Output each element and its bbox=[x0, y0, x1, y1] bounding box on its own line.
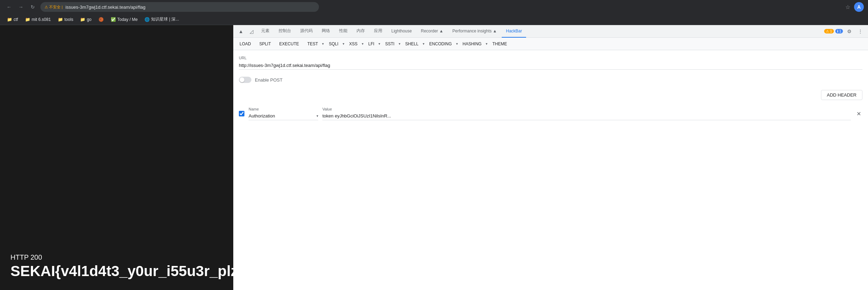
tab-application[interactable]: 应用 bbox=[370, 25, 386, 38]
star-button[interactable]: ☆ bbox=[843, 2, 853, 12]
bookmark-label: Today / Me bbox=[117, 17, 138, 22]
hackbar-shell-button[interactable]: SHELL bbox=[402, 40, 422, 48]
tab-application-label: 应用 bbox=[374, 28, 382, 34]
header-delete-button[interactable]: ✕ bbox=[855, 109, 862, 119]
hackbar-hashing-button[interactable]: HASHING bbox=[459, 40, 485, 48]
bookmark-mit[interactable]: 📁 mit 6.s081 bbox=[22, 16, 54, 23]
bookmark-label: tools bbox=[64, 17, 73, 22]
lfi-dropdown-arrow: ▾ bbox=[378, 42, 380, 46]
flag-text: SEKAI{v4l1d4t3_y0ur_i55u3r_plz} bbox=[10, 263, 223, 280]
hackbar-encoding-dropdown[interactable]: ENCODING ▾ bbox=[426, 40, 458, 48]
shell-dropdown-arrow: ▾ bbox=[423, 42, 424, 46]
hackbar-url-section: URL bbox=[239, 56, 862, 70]
bookmark-today[interactable]: ✅ Today / Me bbox=[108, 16, 141, 23]
tab-hackbar[interactable]: HackBar bbox=[502, 25, 526, 38]
tab-performance[interactable]: 性能 bbox=[335, 25, 352, 38]
tab-lighthouse[interactable]: Lighthouse bbox=[387, 25, 416, 38]
header-name-input-wrapper: Authorization ▾ bbox=[249, 112, 318, 120]
hackbar-theme-button[interactable]: THEME bbox=[489, 40, 510, 48]
ball-icon: 🏀 bbox=[99, 17, 104, 22]
hackbar-content: URL Enable POST ADD HEADER N bbox=[233, 50, 868, 290]
hackbar-ssti-button[interactable]: SSTI bbox=[382, 40, 398, 48]
header-enabled-checkbox[interactable] bbox=[239, 111, 244, 116]
folder-icon: 📁 bbox=[58, 17, 63, 22]
url-input[interactable] bbox=[239, 61, 862, 70]
header-value-input[interactable] bbox=[322, 112, 851, 120]
headers-section: ADD HEADER Name Authorization ▾ Value bbox=[239, 90, 862, 120]
header-name-col: Name Authorization ▾ bbox=[249, 107, 318, 120]
bookmarks-bar: 📁 ctf 📁 mit 6.s081 📁 tools 📁 go 🏀 ✅ Toda… bbox=[0, 14, 868, 25]
tab-performance-label: 性能 bbox=[339, 28, 347, 34]
bookmark-ctf[interactable]: 📁 ctf bbox=[4, 16, 21, 23]
hackbar-lfi-dropdown[interactable]: LFI ▾ bbox=[365, 40, 380, 48]
tab-lighthouse-label: Lighthouse bbox=[391, 29, 412, 33]
tab-memory-label: 内存 bbox=[357, 28, 365, 34]
back-button[interactable]: ← bbox=[4, 2, 14, 12]
header-row: Name Authorization ▾ Value ✕ bbox=[239, 107, 862, 120]
toggle-knob bbox=[240, 77, 244, 82]
more-options-button[interactable]: ⋮ bbox=[855, 26, 865, 36]
hackbar-xss-dropdown[interactable]: XSS ▾ bbox=[346, 40, 363, 48]
tab-recorder-label: Recorder ▲ bbox=[421, 29, 444, 33]
bookmark-tools[interactable]: 📁 tools bbox=[55, 16, 76, 23]
folder-icon: 📁 bbox=[25, 17, 30, 22]
tab-performance-insights[interactable]: Performance insights ▲ bbox=[448, 25, 501, 38]
browser-chrome: ← → ↻ ⚠ 不安全 | issues-3m7gwj1d.ctf.sekai.… bbox=[0, 0, 868, 25]
devtools-toolbar: ▲ ◿ 元素 控制台 源代码 网络 性能 内存 应用 bbox=[233, 25, 868, 38]
enable-post-toggle[interactable] bbox=[239, 77, 251, 83]
hackbar-hashing-dropdown[interactable]: HASHING ▾ bbox=[459, 40, 488, 48]
tab-elements-label: 元素 bbox=[261, 28, 269, 34]
url-display: issues-3m7gwj1d.ctf.sekai.team/api/flag bbox=[65, 5, 146, 10]
top-bar: ← → ↻ ⚠ 不安全 | issues-3m7gwj1d.ctf.sekai.… bbox=[0, 0, 868, 14]
profile-menu-button[interactable]: A bbox=[854, 2, 864, 12]
header-name-text: Authorization bbox=[249, 113, 315, 119]
tab-sources[interactable]: 源代码 bbox=[296, 25, 317, 38]
nav-buttons: ← → ↻ bbox=[4, 2, 38, 12]
header-value-col: Value bbox=[322, 107, 851, 120]
browser-actions: ☆ A bbox=[843, 2, 864, 12]
hackbar-xss-button[interactable]: XSS bbox=[346, 40, 361, 48]
enable-post-label: Enable POST bbox=[255, 77, 283, 83]
add-header-button[interactable]: ADD HEADER bbox=[821, 90, 862, 100]
devtools-panel: ▲ ◿ 元素 控制台 源代码 网络 性能 内存 应用 bbox=[233, 25, 868, 290]
tab-recorder[interactable]: Recorder ▲ bbox=[417, 25, 448, 38]
bookmark-zhishi[interactable]: 🌐 知识星球 | 深... bbox=[142, 15, 182, 24]
device-mode-button[interactable]: ◿ bbox=[247, 26, 256, 36]
hackbar-encoding-button[interactable]: ENCODING bbox=[426, 40, 455, 48]
inspect-element-button[interactable]: ▲ bbox=[236, 26, 246, 36]
hackbar-test-dropdown[interactable]: TEST ▾ bbox=[304, 40, 324, 48]
address-bar[interactable]: ⚠ 不安全 | issues-3m7gwj1d.ctf.sekai.team/a… bbox=[40, 2, 319, 12]
avatar: A bbox=[854, 2, 864, 12]
tab-elements[interactable]: 元素 bbox=[257, 25, 274, 38]
bookmark-go[interactable]: 📁 go bbox=[77, 16, 94, 23]
hackbar-lfi-button[interactable]: LFI bbox=[365, 40, 378, 48]
header-value-col-label: Value bbox=[322, 107, 851, 111]
encoding-dropdown-arrow: ▾ bbox=[456, 42, 458, 46]
hackbar-execute-button[interactable]: EXECUTE bbox=[276, 40, 303, 48]
tab-console[interactable]: 控制台 bbox=[274, 25, 295, 38]
tab-network[interactable]: 网络 bbox=[318, 25, 334, 38]
hackbar-sqli-dropdown[interactable]: SQLI ▾ bbox=[325, 40, 344, 48]
folder-icon: 📁 bbox=[80, 17, 85, 22]
info-badge: ℹ 1 bbox=[835, 29, 843, 33]
forward-button[interactable]: → bbox=[16, 2, 26, 12]
hackbar-sqli-button[interactable]: SQLI bbox=[325, 40, 342, 48]
page-panel: HTTP 200 SEKAI{v4l1d4t3_y0ur_i55u3r_plz} bbox=[0, 25, 233, 290]
hackbar-ssti-dropdown[interactable]: SSTI ▾ bbox=[382, 40, 400, 48]
settings-button[interactable]: ⚙ bbox=[844, 26, 854, 36]
hackbar-test-button[interactable]: TEST bbox=[304, 40, 322, 48]
warning-badge: ⚠ 1 bbox=[824, 29, 834, 33]
bookmark-ball[interactable]: 🏀 bbox=[96, 16, 107, 23]
hackbar-shell-dropdown[interactable]: SHELL ▾ bbox=[402, 40, 424, 48]
tab-memory[interactable]: 内存 bbox=[352, 25, 369, 38]
main-content: HTTP 200 SEKAI{v4l1d4t3_y0ur_i55u3r_plz}… bbox=[0, 25, 868, 290]
bookmark-label: mit 6.s081 bbox=[32, 17, 51, 22]
ssti-dropdown-arrow: ▾ bbox=[399, 42, 400, 46]
hackbar-split-button[interactable]: SPLIT bbox=[256, 40, 274, 48]
reload-button[interactable]: ↻ bbox=[28, 2, 38, 12]
bookmark-label: ctf bbox=[14, 17, 18, 22]
hackbar-load-button[interactable]: LOAD bbox=[236, 40, 255, 48]
xss-dropdown-arrow: ▾ bbox=[362, 42, 363, 46]
hashing-dropdown-arrow: ▾ bbox=[486, 42, 487, 46]
header-name-dropdown-arrow[interactable]: ▾ bbox=[316, 114, 318, 118]
